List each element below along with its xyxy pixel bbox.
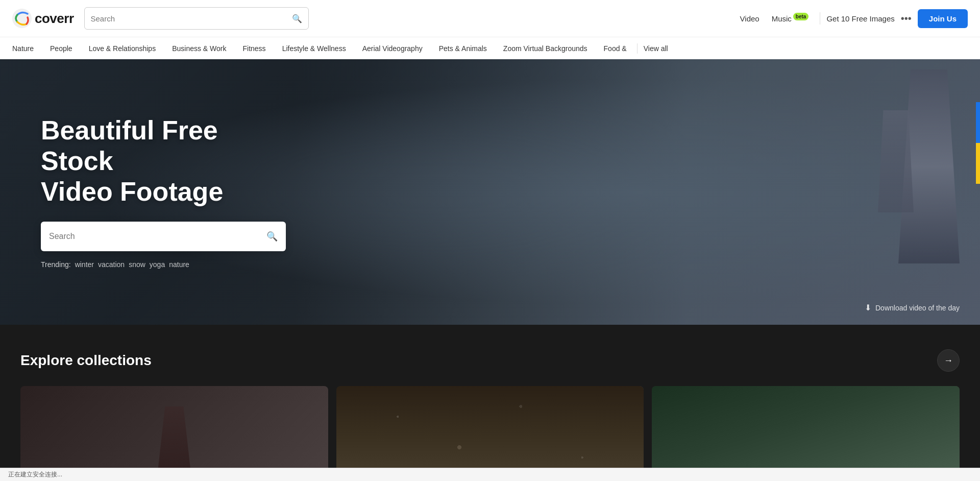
view-all-categories[interactable]: View all <box>640 44 672 53</box>
cat-love[interactable]: Love & Relationships <box>81 37 164 60</box>
cat-pets[interactable]: Pets & Animals <box>431 37 495 60</box>
side-accent-blue <box>976 102 980 143</box>
hero-content: Beautiful Free Stock Video Footage 🔍 Tre… <box>0 115 327 268</box>
cat-business[interactable]: Business & Work <box>164 37 234 60</box>
trending-section: Trending: winter vacation snow yoga natu… <box>41 260 286 269</box>
trending-tag-nature[interactable]: nature <box>169 260 189 269</box>
logo-text: coverr <box>35 11 74 27</box>
trending-tag-winter[interactable]: winter <box>75 260 94 269</box>
status-bar: 正在建立安全连接... <box>0 468 980 481</box>
download-video-link[interactable]: ⬇ Download video of the day <box>865 303 960 312</box>
collection-card-1[interactable] <box>20 386 328 481</box>
cat-nature[interactable]: Nature <box>12 37 42 60</box>
cat-fitness[interactable]: Fitness <box>235 37 274 60</box>
header: coverr 🔍 Video Musicbeta Get 10 Free Ima… <box>0 0 980 37</box>
collections-row <box>20 386 960 481</box>
header-nav: Video Musicbeta Get 10 Free Images ••• J… <box>735 9 968 28</box>
arrow-right-icon: → <box>944 355 953 366</box>
side-accent-yellow <box>976 143 980 184</box>
collection-card-2[interactable] <box>336 386 644 481</box>
nav-music[interactable]: Musicbeta <box>767 11 814 26</box>
hero-search-box[interactable]: 🔍 <box>41 222 286 251</box>
explore-view-all-button[interactable]: → <box>937 349 960 372</box>
beta-badge: beta <box>793 13 809 20</box>
download-icon: ⬇ <box>865 303 871 312</box>
hero-search-input[interactable] <box>49 232 261 241</box>
search-icon: 🔍 <box>292 14 302 23</box>
more-button[interactable]: ••• <box>897 11 916 27</box>
download-text: Download video of the day <box>875 304 960 312</box>
logo-icon <box>12 9 32 28</box>
join-button[interactable]: Join Us <box>918 9 968 28</box>
explore-title: Explore collections <box>20 352 152 369</box>
cat-aerial[interactable]: Aerial Videography <box>354 37 431 60</box>
card-texture <box>336 386 644 481</box>
trending-tag-yoga[interactable]: yoga <box>150 260 165 269</box>
card-scene <box>652 386 960 481</box>
nav-divider <box>820 12 820 25</box>
trending-label: Trending: <box>41 260 71 269</box>
cat-divider <box>637 43 638 54</box>
cat-zoom[interactable]: Zoom Virtual Backgrounds <box>495 37 596 60</box>
cat-people[interactable]: People <box>42 37 81 60</box>
cat-food[interactable]: Food & <box>596 37 635 60</box>
hero-search-icon[interactable]: 🔍 <box>266 231 278 242</box>
trending-tag-snow[interactable]: snow <box>129 260 145 269</box>
nav-video[interactable]: Video <box>735 11 765 26</box>
hero-rock-small <box>878 110 914 212</box>
cat-lifestyle[interactable]: Lifestyle & Wellness <box>274 37 354 60</box>
explore-header: Explore collections → <box>20 349 960 372</box>
header-search-input[interactable] <box>91 14 292 23</box>
logo-link[interactable]: coverr <box>12 9 74 28</box>
trending-tag-vacation[interactable]: vacation <box>98 260 125 269</box>
category-nav: Nature People Love & Relationships Busin… <box>0 37 980 59</box>
hero-title: Beautiful Free Stock Video Footage <box>41 115 286 207</box>
music-label: Music <box>772 14 792 23</box>
status-text: 正在建立安全连接... <box>8 471 62 478</box>
collection-card-3[interactable] <box>652 386 960 481</box>
explore-section: Explore collections → <box>0 325 980 481</box>
hero-section: Beautiful Free Stock Video Footage 🔍 Tre… <box>0 59 980 325</box>
free-images-link[interactable]: Get 10 Free Images <box>826 14 894 23</box>
header-search-box[interactable]: 🔍 <box>84 7 309 30</box>
